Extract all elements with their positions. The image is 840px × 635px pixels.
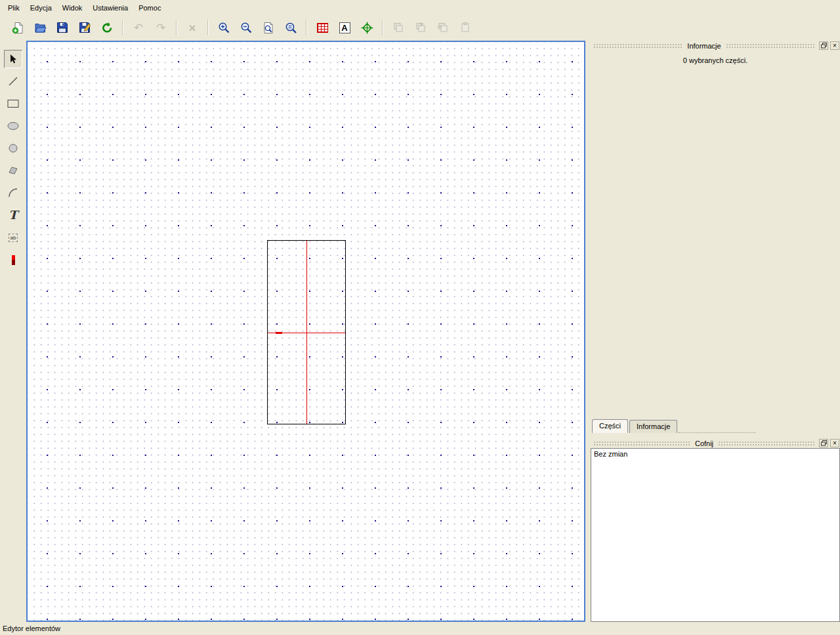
dock-handle-dots <box>593 441 690 445</box>
float-icon <box>821 440 827 446</box>
editor-canvas[interactable] <box>26 41 585 622</box>
close-icon: × <box>833 440 837 447</box>
zoom-fit-icon <box>285 22 297 34</box>
paste-button[interactable] <box>455 18 476 37</box>
open-button[interactable] <box>30 18 51 37</box>
statusbar: Edytor elementów <box>0 623 840 635</box>
zoom-page-icon <box>262 22 275 34</box>
origin-button[interactable] <box>356 18 377 37</box>
zoom-in-button[interactable] <box>213 18 234 37</box>
app-window: Plik Edycja Widok Ustawienia Pomoc ↶ ↷ × <box>0 0 840 635</box>
undo-history-list[interactable]: Bez zmian <box>591 448 840 622</box>
toolbar-separator <box>176 20 177 35</box>
undo-button[interactable]: ↶ <box>128 18 149 37</box>
info-dock: Informacje × 0 wybranych części. Części … <box>591 41 840 433</box>
arc-icon <box>8 188 18 198</box>
undo-history-item[interactable]: Bez zmian <box>591 449 839 459</box>
circle-icon <box>8 143 18 154</box>
rectangle-tool-button[interactable] <box>4 94 22 113</box>
origin-icon <box>361 22 373 34</box>
text-tool-button[interactable]: T <box>4 206 22 224</box>
menu-widok[interactable]: Widok <box>57 2 88 14</box>
zoom-out-button[interactable] <box>236 18 257 37</box>
zoom-fit-button[interactable] <box>280 18 301 37</box>
menu-plik[interactable]: Plik <box>3 2 25 14</box>
copy-append-icon <box>415 22 427 33</box>
undo-icon: ↶ <box>134 22 143 33</box>
save-as-icon <box>79 22 91 33</box>
tools-toolbar: T ab <box>0 39 26 623</box>
grid-icon <box>317 23 328 33</box>
menu-edycja[interactable]: Edycja <box>25 2 57 14</box>
text-field-icon: ab <box>9 234 18 242</box>
menu-ustawienia[interactable]: Ustawienia <box>87 2 133 14</box>
toolbar-separator <box>122 20 123 35</box>
info-dock-title: Informacje <box>685 42 723 50</box>
new-button[interactable] <box>7 18 28 37</box>
line-tool-button[interactable] <box>4 72 22 91</box>
dock-handle-dots <box>718 441 815 445</box>
tabbar-filler <box>679 425 756 433</box>
copy-insert-icon <box>437 22 449 33</box>
terminal-mark <box>276 332 282 334</box>
grid-button[interactable] <box>312 18 333 37</box>
undo-dock-float-button[interactable] <box>819 439 828 447</box>
copy-icon <box>392 22 404 33</box>
add-text-button[interactable]: A <box>334 18 355 37</box>
dock-handle-dots <box>726 43 815 48</box>
ellipse-tool-button[interactable] <box>4 117 22 135</box>
polygon-tool-button[interactable] <box>4 161 22 180</box>
float-icon <box>821 43 827 49</box>
zoom-in-icon <box>218 22 230 34</box>
reload-icon <box>101 22 114 34</box>
tab-informacje[interactable]: Informacje <box>629 420 677 433</box>
zoom-out-icon <box>240 22 253 34</box>
undo-dock-close-button[interactable]: × <box>830 439 839 447</box>
main-area: T ab Informacje × <box>0 39 840 623</box>
rectangle-icon <box>7 99 19 108</box>
select-tool-button[interactable] <box>4 50 22 68</box>
save-icon <box>56 22 68 33</box>
copy-insert-button[interactable] <box>432 18 453 37</box>
undo-dock-title: Cofnij <box>693 440 715 447</box>
menubar: Plik Edycja Widok Ustawienia Pomoc <box>0 0 840 16</box>
undo-dock: Cofnij × Bez zmian <box>591 438 840 622</box>
ellipse-icon <box>7 121 19 131</box>
menu-pomoc[interactable]: Pomoc <box>133 2 166 14</box>
dock-tabbar: Części Informacje <box>591 419 840 433</box>
cursor-arrow-icon <box>8 54 18 64</box>
terminal-tool-button[interactable] <box>4 251 22 269</box>
terminal-icon <box>12 255 15 265</box>
drawn-rectangle[interactable] <box>267 240 346 424</box>
info-dock-float-button[interactable] <box>819 41 828 50</box>
save-as-button[interactable] <box>74 18 95 37</box>
toolbar-separator <box>306 20 307 35</box>
undo-dock-header[interactable]: Cofnij × <box>591 438 840 448</box>
info-dock-close-button[interactable]: × <box>830 41 839 50</box>
copy-append-button[interactable] <box>410 18 431 37</box>
text-tool-icon: T <box>9 209 17 221</box>
save-button[interactable] <box>52 18 73 37</box>
copy-button[interactable] <box>388 18 409 37</box>
tab-czesci[interactable]: Części <box>592 419 628 433</box>
redo-icon: ↷ <box>156 22 165 33</box>
text-field-tool-button[interactable]: ab <box>4 228 22 247</box>
info-dock-header[interactable]: Informacje × <box>591 41 840 51</box>
circle-tool-button[interactable] <box>4 139 22 157</box>
statusbar-text: Edytor elementów <box>3 625 60 632</box>
paste-icon <box>459 22 471 33</box>
open-folder-icon <box>34 22 47 34</box>
reload-button[interactable] <box>96 18 117 37</box>
polygon-icon <box>8 165 18 176</box>
new-icon <box>12 22 24 34</box>
redo-button[interactable]: ↷ <box>150 18 171 37</box>
arc-tool-button[interactable] <box>4 184 22 202</box>
line-icon <box>8 76 18 87</box>
delete-button[interactable]: × <box>182 18 203 37</box>
info-dock-body: 0 wybranych części. <box>591 51 840 419</box>
main-toolbar: ↶ ↷ × A <box>0 16 840 39</box>
zoom-page-button[interactable] <box>258 18 279 37</box>
toolbar-separator <box>382 20 383 35</box>
selected-parts-status: 0 wybranych części. <box>591 56 840 64</box>
text-icon: A <box>339 22 350 33</box>
